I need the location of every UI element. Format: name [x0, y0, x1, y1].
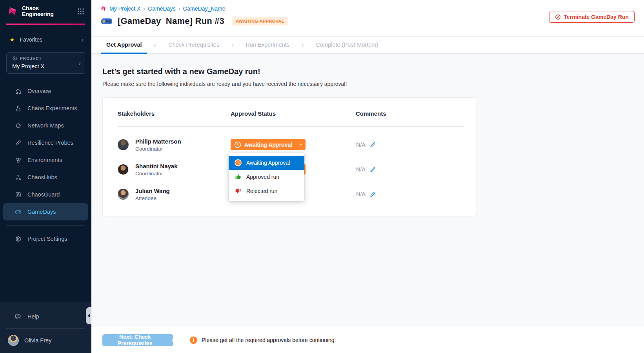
- sidebar-item-gamedays[interactable]: GameDays: [3, 203, 88, 220]
- comment-value: N/A: [356, 166, 366, 173]
- approval-status-menu: Awaiting Approval Approved run: [229, 153, 304, 201]
- gamepad-icon: [15, 209, 22, 215]
- edit-comment-icon[interactable]: [370, 166, 376, 173]
- chevron-left-icon: [87, 314, 90, 318]
- sidebar-item-overview[interactable]: Overview: [3, 82, 88, 100]
- status-label: Awaiting Approval: [244, 142, 293, 148]
- module-grid-icon[interactable]: [76, 7, 85, 16]
- sidebar-item-favorites[interactable]: ★ Favorites ›: [0, 33, 91, 47]
- step-get-approval[interactable]: Get Approval: [101, 37, 147, 54]
- step-run-experiments[interactable]: Run Experiments: [241, 37, 295, 54]
- stakeholder-role: Coordinator: [135, 146, 181, 152]
- home-icon: [15, 88, 22, 95]
- avatar: [118, 164, 129, 175]
- stakeholder-role: Attendee: [135, 195, 170, 201]
- column-comments: Comments: [356, 110, 464, 121]
- hub-icon: [15, 174, 22, 181]
- menu-item-label: Awaiting Approval: [246, 160, 290, 166]
- stakeholder-name: Julian Wang: [135, 187, 170, 195]
- main-area: My Project X › GameDays › GameDay_Name […: [91, 0, 644, 353]
- sidebar-nav: Overview Chaos Experiments Network Maps …: [0, 82, 91, 220]
- user-name: Olivia Frey: [24, 337, 51, 344]
- edit-comment-icon[interactable]: [370, 191, 376, 197]
- terminate-gameday-button[interactable]: Terminate GameDay Run: [549, 11, 635, 23]
- project-name: My Project X: [12, 63, 80, 69]
- sidebar-item-environments[interactable]: Environments: [3, 151, 88, 169]
- network-icon: [15, 122, 22, 129]
- chevron-right-icon: ›: [81, 36, 84, 43]
- sidebar-item-help[interactable]: ? Help: [3, 308, 88, 325]
- nav-label: Resilience Probes: [27, 140, 73, 146]
- step-label: Run Experiments: [246, 42, 289, 48]
- table-row: Philip Matterson Coordinator Awaiting Ap…: [118, 132, 464, 157]
- divider: [6, 225, 85, 226]
- step-complete-post-mortem[interactable]: Complete (Post-Mortem): [311, 37, 384, 54]
- table-header: Stakeholders Approval Status Comments: [118, 108, 464, 121]
- nav-label: GameDays: [27, 209, 56, 215]
- nav-label: ChaosGuard: [27, 191, 60, 198]
- favorites-label: Favorites: [20, 36, 81, 43]
- status-dropdown-button[interactable]: Awaiting Approval: [231, 139, 306, 150]
- breadcrumb-link-gameday-name[interactable]: GameDay_Name: [183, 5, 225, 12]
- project-label: PROJECT: [20, 56, 42, 61]
- thumbs-up-icon: [234, 173, 242, 181]
- stepper: Get Approval › Check Prerequisites › Run…: [91, 37, 644, 54]
- stakeholder-cell: Julian Wang Attendee: [118, 187, 231, 201]
- sidebar-footer: ? Help Olivia Frey: [0, 302, 91, 353]
- nav-label: Project Settings: [27, 236, 67, 242]
- column-approval-status: Approval Status: [231, 110, 356, 121]
- stakeholder-name: Philip Matterson: [135, 138, 181, 145]
- comment-cell: N/A: [356, 166, 464, 173]
- sidebar-item-chaoshubs[interactable]: ChaosHubs: [3, 169, 88, 186]
- menu-item-label: Rejected run: [246, 188, 277, 194]
- sidebar-item-resilience-probes[interactable]: Resilience Probes: [3, 134, 88, 151]
- chevron-right-icon: ›: [78, 60, 81, 66]
- menu-item-rejected-run[interactable]: Rejected run: [229, 184, 304, 198]
- menu-item-approved-run[interactable]: Approved run: [229, 170, 304, 184]
- app-title: Chaos Engineering: [22, 5, 76, 17]
- step-check-prerequisites[interactable]: Check Prerequisites: [163, 37, 224, 54]
- nav-label: Help: [27, 313, 39, 320]
- chevron-right-icon: ›: [171, 337, 173, 344]
- action-bar: Next: Check Prerequisites › ! Please get…: [91, 327, 644, 353]
- app-title-line2: Engineering: [22, 11, 76, 17]
- step-label: Complete (Post-Mortem): [316, 42, 378, 48]
- chevron-right-icon: ›: [295, 37, 311, 53]
- brand-divider: [6, 24, 85, 25]
- chaos-logo-icon: [8, 6, 18, 16]
- sidebar-item-chaosguard[interactable]: ChaosGuard: [3, 186, 88, 203]
- thumbs-down-icon: [234, 187, 242, 195]
- stakeholder-cell: Shantini Nayak Coordinator: [118, 162, 231, 176]
- clock-icon: [234, 141, 241, 148]
- gear-icon: [15, 236, 22, 242]
- nav-label: Overview: [27, 88, 51, 94]
- divider: [6, 328, 85, 329]
- sidebar-item-chaos-experiments[interactable]: Chaos Experiments: [3, 100, 88, 117]
- user-menu[interactable]: Olivia Frey: [0, 332, 91, 353]
- avatar: [118, 139, 129, 150]
- project-selector[interactable]: PROJECT My Project X ›: [6, 52, 85, 74]
- chevron-right-icon: ›: [143, 5, 145, 12]
- chevron-right-icon: ›: [147, 37, 164, 53]
- next-button-label: Next: Check Prerequisites: [102, 334, 168, 346]
- sidebar-item-project-settings[interactable]: Project Settings: [3, 230, 88, 247]
- sidebar-collapse-handle[interactable]: [86, 307, 91, 324]
- spacer: [0, 247, 91, 302]
- svg-text:?: ?: [17, 315, 19, 317]
- breadcrumb-link-gamedays[interactable]: GameDays: [148, 5, 175, 12]
- page-title: [GameDay_Name] Run #3: [118, 16, 224, 26]
- menu-item-awaiting-approval[interactable]: Awaiting Approval: [229, 156, 304, 170]
- sidebar-item-network-maps[interactable]: Network Maps: [3, 117, 88, 134]
- next-button[interactable]: Next: Check Prerequisites ›: [102, 334, 173, 346]
- edit-comment-icon[interactable]: [370, 142, 376, 148]
- breadcrumb-link-project[interactable]: My Project X: [109, 5, 140, 12]
- chaos-crumb-icon: [101, 5, 107, 11]
- nav-label: Chaos Experiments: [27, 105, 77, 111]
- stakeholder-name: Shantini Nayak: [135, 162, 178, 170]
- avatar: [118, 189, 129, 200]
- nav-label: ChaosHubs: [27, 174, 57, 180]
- star-icon: ★: [9, 36, 15, 43]
- step-label: Get Approval: [106, 42, 142, 48]
- cube-icon: [12, 56, 17, 61]
- stakeholder-cell: Philip Matterson Coordinator: [118, 138, 231, 152]
